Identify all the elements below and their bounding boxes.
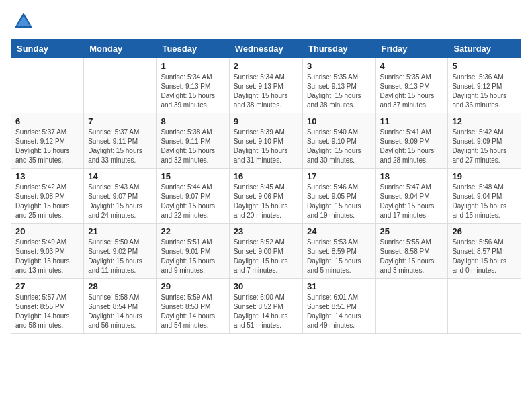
- calendar-cell: 14Sunrise: 5:43 AM Sunset: 9:07 PM Dayli…: [84, 169, 157, 224]
- col-header-sunday: Sunday: [11, 40, 84, 58]
- day-number: 25: [380, 226, 444, 236]
- calendar-cell: 31Sunrise: 6:01 AM Sunset: 8:51 PM Dayli…: [302, 279, 375, 334]
- calendar-cell: 7Sunrise: 5:37 AM Sunset: 9:11 PM Daylig…: [84, 113, 157, 169]
- day-info: Sunrise: 5:46 AM Sunset: 9:05 PM Dayligh…: [307, 183, 371, 220]
- calendar-cell: 21Sunrise: 5:50 AM Sunset: 9:02 PM Dayli…: [84, 224, 157, 279]
- day-info: Sunrise: 5:55 AM Sunset: 8:58 PM Dayligh…: [380, 238, 444, 275]
- logo: [11, 11, 34, 31]
- calendar-cell: [375, 279, 448, 334]
- day-info: Sunrise: 5:42 AM Sunset: 9:08 PM Dayligh…: [15, 183, 79, 220]
- calendar-cell: [448, 279, 521, 334]
- day-info: Sunrise: 5:34 AM Sunset: 9:13 PM Dayligh…: [161, 73, 224, 110]
- calendar-cell: 2Sunrise: 5:34 AM Sunset: 9:13 PM Daylig…: [229, 58, 302, 113]
- calendar-cell: 16Sunrise: 5:45 AM Sunset: 9:06 PM Dayli…: [229, 169, 302, 224]
- calendar-cell: 11Sunrise: 5:41 AM Sunset: 9:09 PM Dayli…: [375, 113, 448, 169]
- day-info: Sunrise: 5:50 AM Sunset: 9:02 PM Dayligh…: [88, 238, 152, 275]
- day-info: Sunrise: 5:48 AM Sunset: 9:04 PM Dayligh…: [452, 183, 517, 220]
- calendar-cell: [11, 58, 84, 113]
- col-header-wednesday: Wednesday: [229, 40, 302, 58]
- day-number: 21: [88, 226, 152, 236]
- day-info: Sunrise: 5:49 AM Sunset: 9:03 PM Dayligh…: [15, 238, 79, 275]
- col-header-saturday: Saturday: [448, 40, 521, 58]
- day-number: 29: [161, 281, 224, 291]
- calendar-cell: 22Sunrise: 5:51 AM Sunset: 9:01 PM Dayli…: [157, 224, 229, 279]
- day-number: 17: [307, 171, 371, 181]
- logo-icon: [13, 11, 34, 31]
- day-info: Sunrise: 5:35 AM Sunset: 9:13 PM Dayligh…: [380, 73, 444, 110]
- calendar-cell: 27Sunrise: 5:57 AM Sunset: 8:55 PM Dayli…: [11, 279, 84, 334]
- calendar-week-5: 27Sunrise: 5:57 AM Sunset: 8:55 PM Dayli…: [11, 279, 521, 334]
- day-info: Sunrise: 5:36 AM Sunset: 9:12 PM Dayligh…: [452, 73, 517, 110]
- day-number: 4: [380, 61, 444, 71]
- calendar-cell: 26Sunrise: 5:56 AM Sunset: 8:57 PM Dayli…: [448, 224, 521, 279]
- calendar-cell: 19Sunrise: 5:48 AM Sunset: 9:04 PM Dayli…: [448, 169, 521, 224]
- day-info: Sunrise: 5:34 AM Sunset: 9:13 PM Dayligh…: [234, 73, 298, 110]
- day-number: 9: [234, 116, 298, 126]
- day-info: Sunrise: 5:40 AM Sunset: 9:10 PM Dayligh…: [307, 128, 371, 165]
- day-number: 20: [15, 226, 79, 236]
- calendar-header-row: SundayMondayTuesdayWednesdayThursdayFrid…: [11, 40, 521, 58]
- calendar-cell: 18Sunrise: 5:47 AM Sunset: 9:04 PM Dayli…: [375, 169, 448, 224]
- day-number: 16: [234, 171, 298, 181]
- calendar-cell: 29Sunrise: 5:59 AM Sunset: 8:53 PM Dayli…: [157, 279, 229, 334]
- day-info: Sunrise: 5:38 AM Sunset: 9:11 PM Dayligh…: [161, 128, 224, 165]
- day-info: Sunrise: 5:44 AM Sunset: 9:07 PM Dayligh…: [161, 183, 224, 220]
- day-info: Sunrise: 6:00 AM Sunset: 8:52 PM Dayligh…: [234, 293, 298, 330]
- calendar-cell: 20Sunrise: 5:49 AM Sunset: 9:03 PM Dayli…: [11, 224, 84, 279]
- col-header-thursday: Thursday: [302, 40, 375, 58]
- calendar-table: SundayMondayTuesdayWednesdayThursdayFrid…: [11, 39, 521, 334]
- calendar-cell: 15Sunrise: 5:44 AM Sunset: 9:07 PM Dayli…: [157, 169, 229, 224]
- calendar-cell: 4Sunrise: 5:35 AM Sunset: 9:13 PM Daylig…: [375, 58, 448, 113]
- day-number: 14: [88, 171, 152, 181]
- calendar-cell: 8Sunrise: 5:38 AM Sunset: 9:11 PM Daylig…: [157, 113, 229, 169]
- calendar-cell: 1Sunrise: 5:34 AM Sunset: 9:13 PM Daylig…: [157, 58, 229, 113]
- calendar-week-1: 1Sunrise: 5:34 AM Sunset: 9:13 PM Daylig…: [11, 58, 521, 113]
- day-number: 30: [234, 281, 298, 291]
- day-number: 26: [452, 226, 517, 236]
- day-info: Sunrise: 5:39 AM Sunset: 9:10 PM Dayligh…: [234, 128, 298, 165]
- day-number: 22: [161, 226, 224, 236]
- calendar-week-3: 13Sunrise: 5:42 AM Sunset: 9:08 PM Dayli…: [11, 169, 521, 224]
- day-number: 3: [307, 61, 371, 71]
- calendar-cell: 10Sunrise: 5:40 AM Sunset: 9:10 PM Dayli…: [302, 113, 375, 169]
- day-number: 19: [452, 171, 517, 181]
- day-info: Sunrise: 5:41 AM Sunset: 9:09 PM Dayligh…: [380, 128, 444, 165]
- calendar-cell: [84, 58, 157, 113]
- day-info: Sunrise: 5:47 AM Sunset: 9:04 PM Dayligh…: [380, 183, 444, 220]
- col-header-monday: Monday: [84, 40, 157, 58]
- day-number: 15: [161, 171, 224, 181]
- calendar-cell: 6Sunrise: 5:37 AM Sunset: 9:12 PM Daylig…: [11, 113, 84, 169]
- day-number: 23: [234, 226, 298, 236]
- day-number: 13: [15, 171, 79, 181]
- day-number: 10: [307, 116, 371, 126]
- day-number: 18: [380, 171, 444, 181]
- calendar-cell: 23Sunrise: 5:52 AM Sunset: 9:00 PM Dayli…: [229, 224, 302, 279]
- calendar-cell: 9Sunrise: 5:39 AM Sunset: 9:10 PM Daylig…: [229, 113, 302, 169]
- day-number: 27: [15, 281, 79, 291]
- day-info: Sunrise: 5:42 AM Sunset: 9:09 PM Dayligh…: [452, 128, 517, 165]
- calendar-cell: 12Sunrise: 5:42 AM Sunset: 9:09 PM Dayli…: [448, 113, 521, 169]
- page-header: [11, 11, 521, 31]
- day-info: Sunrise: 5:37 AM Sunset: 9:12 PM Dayligh…: [15, 128, 79, 165]
- calendar-cell: 30Sunrise: 6:00 AM Sunset: 8:52 PM Dayli…: [229, 279, 302, 334]
- calendar-cell: 24Sunrise: 5:53 AM Sunset: 8:59 PM Dayli…: [302, 224, 375, 279]
- day-info: Sunrise: 5:59 AM Sunset: 8:53 PM Dayligh…: [161, 293, 224, 330]
- col-header-tuesday: Tuesday: [157, 40, 229, 58]
- day-info: Sunrise: 5:53 AM Sunset: 8:59 PM Dayligh…: [307, 238, 371, 275]
- day-number: 2: [234, 61, 298, 71]
- day-number: 12: [452, 116, 517, 126]
- day-number: 28: [88, 281, 152, 291]
- day-info: Sunrise: 6:01 AM Sunset: 8:51 PM Dayligh…: [307, 293, 371, 330]
- calendar-cell: 28Sunrise: 5:58 AM Sunset: 8:54 PM Dayli…: [84, 279, 157, 334]
- calendar-cell: 3Sunrise: 5:35 AM Sunset: 9:13 PM Daylig…: [302, 58, 375, 113]
- day-info: Sunrise: 5:35 AM Sunset: 9:13 PM Dayligh…: [307, 73, 371, 110]
- day-info: Sunrise: 5:58 AM Sunset: 8:54 PM Dayligh…: [88, 293, 152, 330]
- day-number: 8: [161, 116, 224, 126]
- calendar-cell: 5Sunrise: 5:36 AM Sunset: 9:12 PM Daylig…: [448, 58, 521, 113]
- day-number: 7: [88, 116, 152, 126]
- day-number: 6: [15, 116, 79, 126]
- day-number: 1: [161, 61, 224, 71]
- day-info: Sunrise: 5:51 AM Sunset: 9:01 PM Dayligh…: [161, 238, 224, 275]
- day-info: Sunrise: 5:37 AM Sunset: 9:11 PM Dayligh…: [88, 128, 152, 165]
- day-info: Sunrise: 5:43 AM Sunset: 9:07 PM Dayligh…: [88, 183, 152, 220]
